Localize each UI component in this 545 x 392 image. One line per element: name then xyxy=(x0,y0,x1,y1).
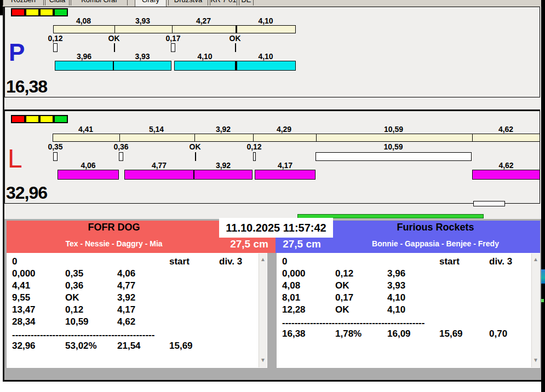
scroll-up-icon[interactable]: ▲ xyxy=(259,256,267,263)
split-divider xyxy=(172,26,173,33)
list-header-cell: start xyxy=(169,256,190,267)
lane-split-segment xyxy=(174,61,236,71)
list-row-cell: 0,35 xyxy=(65,268,83,279)
split-time-label: 4,62 xyxy=(498,125,513,134)
start-light-2 xyxy=(25,115,39,123)
lane-split-label: 3,96 xyxy=(77,52,91,61)
start-light-1 xyxy=(11,8,25,16)
list-row-cell: 4,10 xyxy=(387,304,405,315)
list-total-cell: 15,69 xyxy=(439,328,463,339)
lane-split-segment xyxy=(255,170,315,180)
penalty-marker-box xyxy=(171,43,175,52)
split-divider xyxy=(236,26,237,33)
penalty-marker-tick xyxy=(114,43,115,52)
penalty-marker-box xyxy=(53,152,58,161)
lane-split-segment xyxy=(194,170,253,180)
lane-p-letter: P xyxy=(9,41,25,65)
list-row-cell: 3,96 xyxy=(387,268,405,279)
team-left-dogs: Tex - Nessie - Daggry - Mia xyxy=(65,239,162,248)
penalty-label: OK xyxy=(190,142,201,151)
tab-bar: RozbehCidlaKombi GrafGrafyDružstvaKR 7 0… xyxy=(3,0,541,7)
scroll-down-icon[interactable]: ▼ xyxy=(532,356,540,364)
desktop-strip xyxy=(541,0,545,392)
penalty-label: 0,36 xyxy=(113,142,128,151)
list-scrollbar[interactable]: ▲▼ xyxy=(259,253,267,367)
penalty-label: OK xyxy=(230,34,241,43)
list-row-cell: 0,17 xyxy=(335,292,353,303)
split-time-label: 5,14 xyxy=(149,125,164,134)
list-header-cell: div. 3 xyxy=(489,256,512,267)
split-bar-top xyxy=(53,25,296,33)
lane-split-label: 3,93 xyxy=(135,52,150,61)
list-row-cell: 0,12 xyxy=(65,304,83,315)
lane-split-label: 4,10 xyxy=(197,52,212,61)
team-left-name: FOFR DOG xyxy=(88,222,140,233)
lane-split-label: 4,62 xyxy=(498,161,513,170)
penalty-marker-tick xyxy=(195,152,196,161)
list-row-cell: OK xyxy=(335,304,349,315)
tab-de[interactable]: DE xyxy=(239,0,254,5)
penalty-marker-box xyxy=(53,43,58,52)
start-light-4 xyxy=(54,115,68,123)
team-right-name: Furious Rockets xyxy=(397,222,474,233)
team-right-results-list[interactable]: 0startdiv. 30,0000,123,964,08OK3,938,010… xyxy=(277,253,540,368)
penalty-label: OK xyxy=(108,34,120,43)
recycle-bin-icon[interactable] xyxy=(541,269,545,284)
tab-cidla[interactable]: Cidla xyxy=(45,0,70,5)
start-light-3 xyxy=(39,115,54,123)
penalty-label: 0,12 xyxy=(246,142,261,151)
list-row-cell: 4,10 xyxy=(387,292,405,303)
list-scrollbar[interactable]: ▲▼ xyxy=(531,253,540,367)
penalty-label: 0,35 xyxy=(48,142,62,151)
split-time-label: 3,93 xyxy=(135,16,150,25)
list-total-cell: 15,69 xyxy=(169,341,193,351)
split-divider xyxy=(119,134,120,141)
list-row-cell: 0,12 xyxy=(335,268,353,279)
flyball-timing-app: RozbehCidlaKombi GrafGrafyDružstvaKR 7 0… xyxy=(0,0,545,392)
split-time-label: 3,92 xyxy=(216,125,231,134)
list-row-cell: 9,55 xyxy=(12,292,30,303)
split-time-label: 4,41 xyxy=(78,125,93,134)
penalty-label: 0,12 xyxy=(48,34,62,43)
lane-split-label: 4,77 xyxy=(152,161,167,170)
tab-dru-stva[interactable]: Družstva xyxy=(168,0,208,5)
lost-time-bar xyxy=(315,152,472,161)
list-row-cell: 4,62 xyxy=(117,316,135,327)
list-row-cell: 0,36 xyxy=(65,280,83,291)
lane-split-segment xyxy=(472,170,540,180)
split-time-label: 4,10 xyxy=(258,16,273,25)
scroll-up-icon[interactable]: ▲ xyxy=(532,256,540,263)
list-header-cell: start xyxy=(439,256,460,267)
list-row-cell: 4,17 xyxy=(117,304,135,315)
list-row-cell: 10,59 xyxy=(65,316,89,327)
tab-kombi-graf[interactable]: Kombi Graf xyxy=(71,0,128,5)
tab-rozbeh[interactable]: Rozbeh xyxy=(3,0,44,5)
list-row-cell: 0,000 xyxy=(282,268,306,279)
team-left-results-list[interactable]: 0startdiv. 30,0000,354,064,410,364,779,5… xyxy=(7,253,267,368)
lane-split-label: 4,10 xyxy=(258,52,273,61)
list-separator: ----------------------------------------… xyxy=(282,318,437,328)
lane-split-segment xyxy=(124,170,194,180)
list-total-cell: 32,96 xyxy=(12,341,36,351)
list-row-cell: 8,01 xyxy=(282,292,300,303)
split-time-label: 10,59 xyxy=(384,125,403,134)
list-total-cell: 53,02% xyxy=(65,341,97,351)
team-right-dogs: Bonnie - Gappasia - Benjee - Fredy xyxy=(372,239,499,248)
list-row-cell: 4,08 xyxy=(282,280,300,291)
list-separator: ----------------------------------------… xyxy=(12,330,167,341)
penalty-label: 0,17 xyxy=(165,34,180,43)
start-light-2 xyxy=(25,8,39,16)
tab-kr-7-01[interactable]: KR 7 01 xyxy=(210,0,237,5)
list-row-cell: 3,93 xyxy=(387,280,405,291)
list-row-cell: 13,47 xyxy=(12,304,36,315)
start-light-1 xyxy=(11,115,25,123)
tab-grafy[interactable]: Grafy xyxy=(135,0,167,7)
list-header-cell: 0 xyxy=(282,256,287,267)
lane-split-label: 4,06 xyxy=(81,161,95,170)
lane-split-segment xyxy=(113,61,171,71)
split-divider xyxy=(114,26,115,33)
lane-split-segment xyxy=(236,61,296,71)
list-row-cell: OK xyxy=(65,292,79,303)
scroll-down-icon[interactable]: ▼ xyxy=(259,356,267,364)
penalty-label: 10,59 xyxy=(383,142,403,151)
